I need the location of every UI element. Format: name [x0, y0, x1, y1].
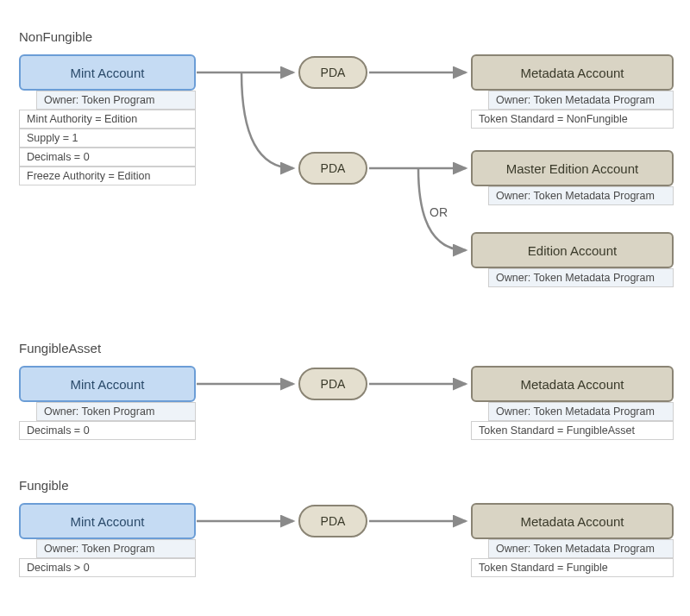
metadata-account-nonfungible: Metadata Account	[471, 54, 674, 91]
metadata-owner-nonfungible: Owner: Token Metadata Program	[488, 91, 674, 110]
pda-box-fungible: PDA	[298, 505, 367, 537]
metadata-owner-fungible: Owner: Token Metadata Program	[488, 539, 674, 558]
section-label-nonfungible: NonFungible	[19, 29, 92, 44]
section-label-fungibleasset: FungibleAsset	[19, 341, 101, 355]
pda-box-1: PDA	[298, 56, 367, 89]
mint-account-fungible: Mint Account	[19, 503, 196, 539]
or-label: OR	[430, 205, 448, 219]
mint-account-fungibleasset: Mint Account	[19, 366, 196, 402]
section-label-fungible: Fungible	[19, 478, 69, 493]
edition-account: Edition Account	[471, 232, 674, 268]
master-edition-owner: Owner: Token Metadata Program	[488, 186, 674, 205]
pda-box-fungibleasset: PDA	[298, 368, 367, 400]
metadata-account-fungibleasset: Metadata Account	[471, 366, 674, 402]
edition-owner: Owner: Token Metadata Program	[488, 268, 674, 287]
mint-row-freezeauth: Freeze Authority = Edition	[19, 167, 196, 185]
mint-owner-nonfungible: Owner: Token Program	[36, 91, 196, 110]
mint-account-nonfungible: Mint Account	[19, 54, 196, 91]
mint-row-supply: Supply = 1	[19, 129, 196, 148]
master-edition-account: Master Edition Account	[471, 150, 674, 186]
metadata-tokenstd-nonfungible: Token Standard = NonFungible	[471, 110, 674, 129]
metadata-tokenstd-fungibleasset: Token Standard = FungibleAsset	[471, 421, 674, 440]
metadata-owner-fungibleasset: Owner: Token Metadata Program	[488, 402, 674, 421]
mint-owner-fungibleasset: Owner: Token Program	[36, 402, 196, 421]
mint-row-fa-decimals: Decimals = 0	[19, 421, 196, 440]
mint-row-f-decimals: Decimals > 0	[19, 558, 196, 577]
metadata-account-fungible: Metadata Account	[471, 503, 674, 539]
metadata-tokenstd-fungible: Token Standard = Fungible	[471, 558, 674, 577]
pda-box-2: PDA	[298, 152, 367, 185]
mint-owner-fungible: Owner: Token Program	[36, 539, 196, 558]
mint-row-mintauth: Mint Authority = Edition	[19, 110, 196, 129]
mint-row-decimals: Decimals = 0	[19, 148, 196, 167]
